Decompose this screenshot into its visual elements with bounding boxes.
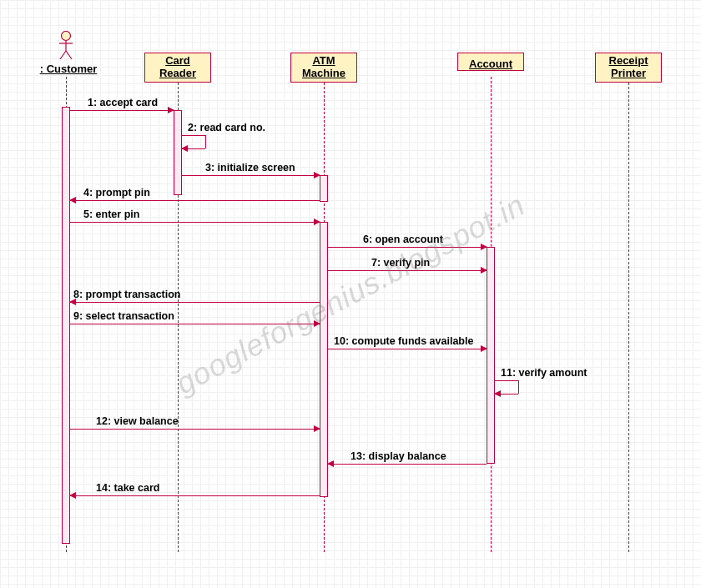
activation-customer bbox=[62, 107, 70, 544]
msg-5 bbox=[70, 222, 320, 223]
msg-1-label: 1: accept card bbox=[88, 97, 158, 108]
svg-line-4 bbox=[66, 51, 72, 59]
msg-8-label: 8: prompt transaction bbox=[73, 289, 181, 300]
activation-card-reader-1 bbox=[174, 110, 182, 195]
msg-8 bbox=[70, 302, 320, 303]
msg-9-label: 9: select transaction bbox=[73, 310, 174, 322]
msg-1 bbox=[70, 110, 174, 111]
activation-account bbox=[487, 247, 495, 464]
msg-7-label: 7: verify pin bbox=[371, 257, 430, 269]
msg-12-label: 12: view balance bbox=[96, 415, 179, 427]
msg-3 bbox=[182, 175, 320, 176]
lifeline-account: Account bbox=[457, 53, 524, 71]
msg-4-label: 4: prompt pin bbox=[83, 187, 150, 199]
lifeline-line-receipt-printer bbox=[628, 83, 629, 552]
activation-atm-1 bbox=[320, 175, 328, 202]
lifeline-atm-machine: ATMMachine bbox=[290, 53, 357, 83]
activation-atm-2 bbox=[320, 222, 328, 497]
lifeline-receipt-printer: ReceiptPrinter bbox=[595, 53, 662, 83]
msg-13 bbox=[328, 464, 487, 465]
lifeline-card-reader: CardReader bbox=[144, 53, 211, 83]
watermark: googleforgenius.blogspot.in bbox=[170, 187, 531, 400]
msg-13-label: 13: display balance bbox=[350, 450, 446, 462]
svg-line-3 bbox=[60, 51, 66, 59]
msg-6-label: 6: open account bbox=[363, 234, 443, 245]
actor-icon bbox=[58, 31, 74, 61]
msg-12 bbox=[70, 429, 320, 430]
sequence-diagram-canvas: : Customer CardReader ATMMachine Account… bbox=[0, 0, 701, 588]
msg-14-label: 14: take card bbox=[96, 482, 159, 494]
msg-5-label: 5: enter pin bbox=[83, 209, 139, 220]
msg-4 bbox=[70, 200, 320, 201]
msg-7 bbox=[328, 270, 487, 271]
msg-6 bbox=[328, 247, 487, 248]
msg-11-label: 11: verify amount bbox=[501, 367, 588, 379]
msg-3-label: 3: initialize screen bbox=[205, 162, 295, 173]
msg-9 bbox=[70, 324, 320, 324]
actor-name: : Customer bbox=[23, 63, 114, 75]
msg-10 bbox=[328, 349, 487, 349]
msg-10-label: 10: compute funds available bbox=[334, 335, 473, 347]
msg-14 bbox=[70, 495, 320, 496]
msg-2-label: 2: read card no. bbox=[188, 122, 265, 133]
svg-point-0 bbox=[62, 32, 71, 41]
